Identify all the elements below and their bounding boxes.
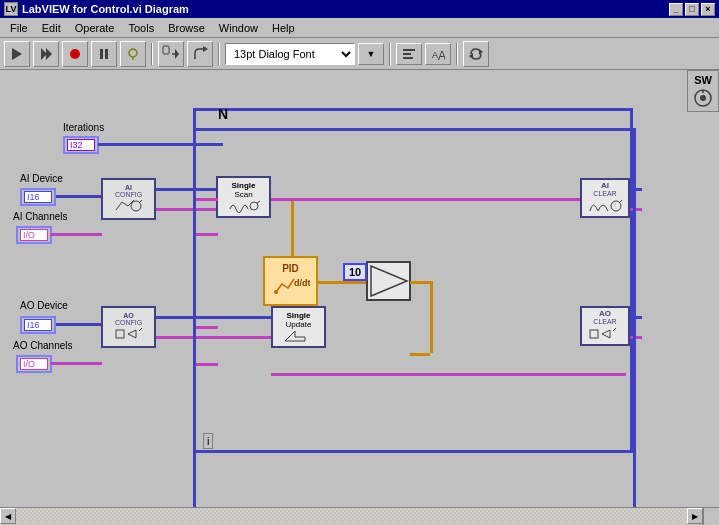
minimize-button[interactable]: _	[669, 3, 683, 16]
svg-rect-4	[100, 49, 103, 59]
ai-config-sublabel: CONFIG	[115, 191, 142, 198]
gain-block[interactable]	[366, 261, 411, 301]
svg-text:A: A	[438, 49, 445, 61]
ai-channels-label: AI Channels	[13, 211, 67, 222]
svg-rect-14	[403, 57, 413, 59]
pid-block[interactable]: PID d/dt	[263, 256, 318, 306]
wire-to-update-h	[410, 353, 430, 356]
wire-inner-bot	[271, 373, 626, 376]
ao-clear-sublabel: CLEAR	[593, 318, 616, 325]
menu-file[interactable]: File	[4, 20, 34, 36]
pid-label: PID	[282, 263, 299, 274]
sw-panel: SW	[687, 70, 719, 112]
svg-rect-34	[590, 330, 598, 338]
font-dropdown-btn[interactable]: ▼	[358, 43, 384, 65]
svg-marker-9	[175, 49, 179, 59]
diagram-area: N Iterations I32 AI Device I16 AI Channe…	[0, 70, 719, 507]
rotate-btn[interactable]	[463, 41, 489, 67]
scroll-right-btn[interactable]: ▶	[687, 508, 703, 524]
wire-ai-ch-h	[50, 233, 102, 236]
ai-device-label: AI Device	[20, 173, 63, 184]
svg-point-20	[700, 95, 706, 101]
sep4	[456, 43, 458, 65]
single-scan-label: Single	[231, 181, 255, 190]
pause-button[interactable]	[91, 41, 117, 67]
sw-icon	[693, 88, 713, 108]
sep2	[218, 43, 220, 65]
i-label: i	[203, 433, 213, 449]
single-update-icon	[283, 329, 315, 343]
ao-clear-block[interactable]: AO CLEAR	[580, 306, 630, 346]
toolbar: 13pt Dialog Font ▼ A A	[0, 38, 719, 70]
svg-text:d/dt: d/dt	[294, 278, 310, 288]
single-update-sublabel: Update	[286, 320, 312, 329]
wire-iterations	[98, 143, 223, 146]
ai-clear-icon	[588, 197, 623, 215]
menu-browse[interactable]: Browse	[162, 20, 211, 36]
wire-to-ai-clear-bot	[630, 208, 642, 211]
menu-window[interactable]: Window	[213, 20, 264, 36]
run-button[interactable]	[4, 41, 30, 67]
wire-ao-config-to-update-top	[156, 316, 271, 319]
step-over-button[interactable]	[187, 41, 213, 67]
ao-clear-icon	[588, 325, 623, 343]
highlight-button[interactable]	[120, 41, 146, 67]
scroll-left-btn[interactable]: ◀	[0, 508, 16, 524]
ao-channels-terminal[interactable]: I/O	[16, 355, 52, 373]
wire-ai-config-to-scan-bot	[156, 208, 216, 211]
font-selector[interactable]: 13pt Dialog Font	[225, 43, 355, 65]
step-into-button[interactable]	[158, 41, 184, 67]
svg-line-33	[619, 200, 622, 203]
wire-left-v	[193, 128, 196, 507]
ai-clear-block[interactable]: AI CLEAR	[580, 178, 630, 218]
maximize-button[interactable]: □	[685, 3, 699, 16]
wire-enter-bot	[193, 233, 218, 236]
svg-line-35	[613, 328, 616, 331]
svg-line-30	[139, 328, 142, 331]
app-icon: LV	[4, 2, 18, 16]
abort-button[interactable]	[62, 41, 88, 67]
font-size-btn[interactable]: A A	[425, 43, 451, 65]
wire-pid-to-gain	[318, 281, 366, 284]
close-button[interactable]: ×	[701, 3, 715, 16]
scrollbar-horizontal[interactable]: ◀ ▶	[0, 507, 703, 525]
sep1	[151, 43, 153, 65]
sw-label: SW	[694, 74, 712, 86]
ao-config-label: AO	[123, 312, 134, 319]
single-scan-sublabel: Scan	[234, 190, 252, 199]
svg-rect-29	[116, 330, 124, 338]
ai-channels-terminal[interactable]: I/O	[16, 226, 52, 244]
ai-device-value: I16	[24, 191, 52, 203]
ai-device-terminal[interactable]: I16	[20, 188, 56, 206]
svg-rect-5	[105, 49, 108, 59]
single-scan-block[interactable]: Single Scan	[216, 176, 271, 218]
ao-channels-label: AO Channels	[13, 340, 72, 351]
ao-device-label: AO Device	[20, 300, 68, 311]
svg-point-6	[129, 49, 137, 57]
ai-config-block[interactable]: AI CONFIG	[101, 178, 156, 220]
wire-gain-v	[430, 281, 433, 353]
menu-edit[interactable]: Edit	[36, 20, 67, 36]
ao-device-value: I16	[24, 319, 52, 331]
iterations-terminal[interactable]: I32	[63, 136, 99, 154]
scroll-corner	[703, 507, 719, 525]
wire-ao-config-to-update-bot	[156, 336, 271, 339]
menu-tools[interactable]: Tools	[122, 20, 160, 36]
svg-point-24	[250, 202, 258, 210]
wire-ai-config-to-scan-top	[156, 188, 216, 191]
menu-operate[interactable]: Operate	[69, 20, 121, 36]
run-cont-button[interactable]	[33, 41, 59, 67]
wire-inner-top	[271, 198, 626, 201]
n-label: N	[218, 106, 228, 122]
pid-icon: d/dt	[272, 274, 310, 299]
font-align-btn[interactable]	[396, 43, 422, 65]
ao-config-block[interactable]: AO CONFIG	[101, 306, 156, 348]
menu-help[interactable]: Help	[266, 20, 301, 36]
svg-marker-2	[46, 48, 52, 60]
ai-clear-sublabel: CLEAR	[593, 190, 616, 197]
single-update-block[interactable]: Single Update	[271, 306, 326, 348]
wire-to-ao-clear-top	[630, 316, 642, 319]
title-buttons[interactable]: _ □ ×	[669, 3, 715, 16]
scroll-h-track[interactable]	[16, 508, 687, 525]
ao-device-terminal[interactable]: I16	[20, 316, 56, 334]
